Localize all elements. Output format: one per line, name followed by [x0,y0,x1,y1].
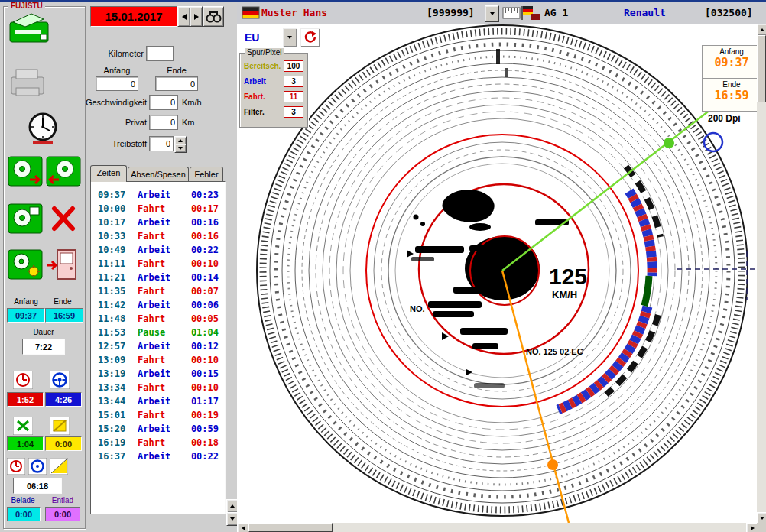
date-display[interactable]: 15.01.2017 [90,6,177,27]
geschwindigkeit-label: Geschwindigkeit [76,98,147,107]
export-disc-button[interactable] [45,154,82,189]
treibstoff-input[interactable] [149,136,174,151]
time-list-row[interactable]: 10:33Fahrt00:16 [91,229,225,243]
start-marker-handle[interactable] [664,138,674,148]
scale-ruler-icon[interactable] [502,5,521,21]
scroll-left-button[interactable] [237,523,249,532]
prev-day-button[interactable] [177,6,190,27]
entry-time: 13:34 [91,381,138,394]
time-list-row[interactable]: 16:37Arbeit00:22 [91,449,225,463]
vertical-scroll-thumb[interactable] [757,35,766,102]
time-list-row[interactable]: 11:53Pause01:04 [91,326,225,339]
disc-no-small-text: NO. [410,304,425,313]
param-arbeit-value[interactable]: 3 [284,76,303,87]
driver-flag-icon [242,5,260,21]
end-marker-handle[interactable] [547,459,558,470]
treibstoff-step-down[interactable] [174,144,187,153]
time-list: 09:37Arbeit00:2310:00Fahrt00:1710:17Arbe… [90,181,226,514]
tab-absen-spesen[interactable]: Absen/Spesen [128,167,189,182]
vertical-scrollbar[interactable] [757,24,766,523]
clock-button[interactable] [24,111,62,146]
print-button[interactable] [8,65,47,100]
reanalyze-button[interactable] [300,28,320,47]
time-list-row[interactable]: 10:00Fahrt00:17 [91,202,225,216]
end-time-label: Ende [45,297,80,306]
time-list-row[interactable]: 15:01Fahrt00:19 [91,408,225,422]
anfang-km-input[interactable] [96,76,138,91]
region-combobox[interactable]: EU [239,28,284,47]
geschwindigkeit-input[interactable] [149,95,178,110]
disc-end-value: 16:59 [703,89,757,102]
entry-duration: 00:59 [183,422,219,436]
right-arrow-icon [194,14,199,20]
time-list-row[interactable]: 15:20Arbeit00:59 [91,422,225,436]
disc-model-text: NO. 125 02 EC [526,347,583,356]
time-list-row[interactable]: 11:42Arbeit00:06 [91,298,225,312]
entry-activity: Arbeit [138,394,183,408]
delete-button[interactable] [45,201,82,236]
process-disc-button[interactable] [7,247,44,282]
time-list-row[interactable]: 11:35Fahrt00:07 [91,284,225,298]
entry-time: 11:42 [91,298,138,312]
down-arrow-icon [760,517,764,520]
entry-time: 10:17 [91,216,138,229]
time-list-row[interactable]: 11:11Fahrt00:10 [91,257,225,271]
time-list-row[interactable]: 12:57Arbeit00:12 [91,339,225,353]
entry-activity: Pause [138,326,183,339]
time-list-row[interactable]: 13:19Arbeit00:15 [91,367,225,381]
exit-button[interactable] [45,247,82,282]
up-arrow-icon [178,139,183,142]
entry-time: 09:37 [91,188,138,202]
privat-input[interactable] [149,115,178,130]
entry-time: 10:49 [91,243,138,257]
param-bereitsch-value[interactable]: 100 [284,60,303,72]
time-list-row[interactable]: 13:34Fahrt00:10 [91,381,225,394]
fujitsu-toolbar-panel: FUJISTU [3,6,86,529]
treibstoff-label: Treibstoff [99,139,147,148]
right-arrow-icon [751,526,755,530]
spur-pixel-title: Spur/Pixel [245,48,284,57]
horizontal-scrollbar[interactable] [237,523,757,532]
scroll-up-button[interactable] [757,24,766,36]
time-list-row[interactable]: 11:21Arbeit00:14 [91,271,225,284]
param-fahrt-value[interactable]: 11 [284,91,303,102]
kilometer-input[interactable] [146,46,174,61]
search-date-button[interactable] [203,6,224,27]
scan-button[interactable] [8,11,51,47]
time-list-row[interactable]: 13:44Arbeit01:17 [91,394,225,408]
time-list-row[interactable]: 10:49Arbeit00:22 [91,243,225,257]
time-list-row[interactable]: 11:48Fahrt00:05 [91,312,225,326]
import-disc-button[interactable] [7,154,44,189]
entry-time: 11:48 [91,312,138,326]
end-time-value: 16:59 [45,308,83,323]
up-arrow-icon [230,504,235,508]
company-label: AG 1 [544,7,568,18]
disc-end-info-box: Ende 16:59 [702,78,757,112]
param-filter-value[interactable]: 3 [284,106,303,118]
region-dropdown-button[interactable] [282,28,297,47]
time-list-row[interactable]: 10:17Arbeit00:16 [91,216,225,229]
down-arrow-icon [287,36,292,39]
entry-time: 12:57 [91,339,138,353]
tab-zeiten[interactable]: Zeiten [90,165,127,182]
start-time-value: 09:37 [7,308,45,323]
entry-activity: Fahrt [138,312,183,326]
time-list-row[interactable]: 09:37Arbeit00:23 [91,188,225,202]
next-day-button[interactable] [190,6,203,27]
delete-x-icon [45,201,82,236]
driver-select-button[interactable] [485,5,499,22]
sum-pause-icon [7,458,25,475]
ende-km-input[interactable] [155,76,198,91]
disc-speed-text: 125 [549,264,587,289]
entry-duration: 00:16 [183,229,219,243]
left-arrow-icon [182,14,187,20]
time-list-row[interactable]: 13:09Fahrt00:10 [91,353,225,367]
time-list-row[interactable]: 16:19Fahrt00:18 [91,436,225,449]
pause-stat-icon [13,371,33,389]
entry-duration: 01:04 [183,326,219,339]
tab-fehler[interactable]: Fehler [190,167,223,182]
horizontal-scroll-thumb[interactable] [248,523,333,532]
copy-disc-button[interactable] [7,201,44,236]
entry-duration: 00:07 [183,284,219,298]
vehicle-id: [032500] [705,7,753,18]
